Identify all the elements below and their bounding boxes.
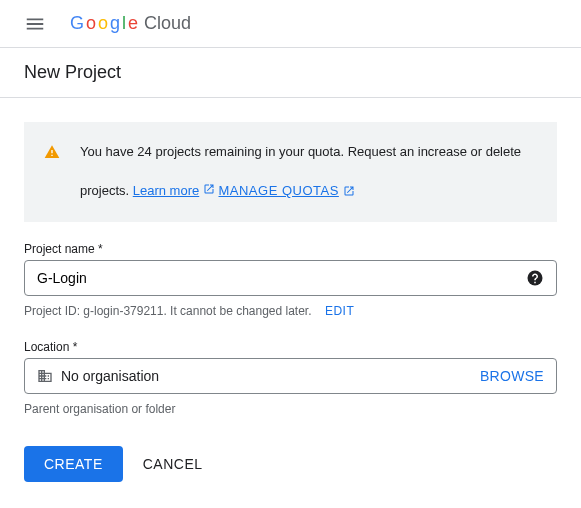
quota-notice: You have 24 projects remaining in your q… — [24, 122, 557, 222]
help-icon[interactable] — [526, 269, 544, 287]
location-value: No organisation — [61, 368, 480, 384]
top-header: Google Cloud — [0, 0, 581, 48]
menu-icon — [24, 13, 46, 35]
create-button[interactable]: CREATE — [24, 446, 123, 482]
manage-quotas-link[interactable]: MANAGE QUOTAS — [218, 181, 338, 202]
cancel-button[interactable]: CANCEL — [143, 456, 203, 472]
project-name-group: Project name * Project ID: g-login-37921… — [24, 242, 557, 318]
organisation-icon — [37, 368, 53, 384]
project-name-input[interactable] — [37, 270, 526, 286]
main-content: You have 24 projects remaining in your q… — [0, 98, 581, 506]
project-name-field-wrap — [24, 260, 557, 296]
google-cloud-logo: Google Cloud — [70, 13, 191, 34]
browse-button[interactable]: BROWSE — [480, 368, 544, 384]
location-group: Location * No organisation BROWSE Parent… — [24, 340, 557, 416]
external-link-icon — [203, 183, 215, 195]
notice-body: You have 24 projects remaining in your q… — [80, 142, 537, 202]
location-label: Location * — [24, 340, 557, 354]
logo-suffix: Cloud — [144, 13, 191, 34]
location-field-wrap: No organisation BROWSE — [24, 358, 557, 394]
learn-more-link[interactable]: Learn more — [133, 183, 199, 198]
external-link-icon — [343, 185, 355, 197]
project-id-hint: Project ID: g-login-379211. It cannot be… — [24, 304, 557, 318]
page-title: New Project — [0, 48, 581, 98]
menu-button[interactable] — [16, 5, 54, 43]
warning-icon — [44, 144, 60, 160]
project-name-label: Project name * — [24, 242, 557, 256]
action-buttons: CREATE CANCEL — [24, 446, 557, 482]
location-hint: Parent organisation or folder — [24, 402, 557, 416]
project-id-value: g-login-379211 — [83, 304, 163, 318]
edit-project-id-link[interactable]: EDIT — [325, 304, 354, 318]
